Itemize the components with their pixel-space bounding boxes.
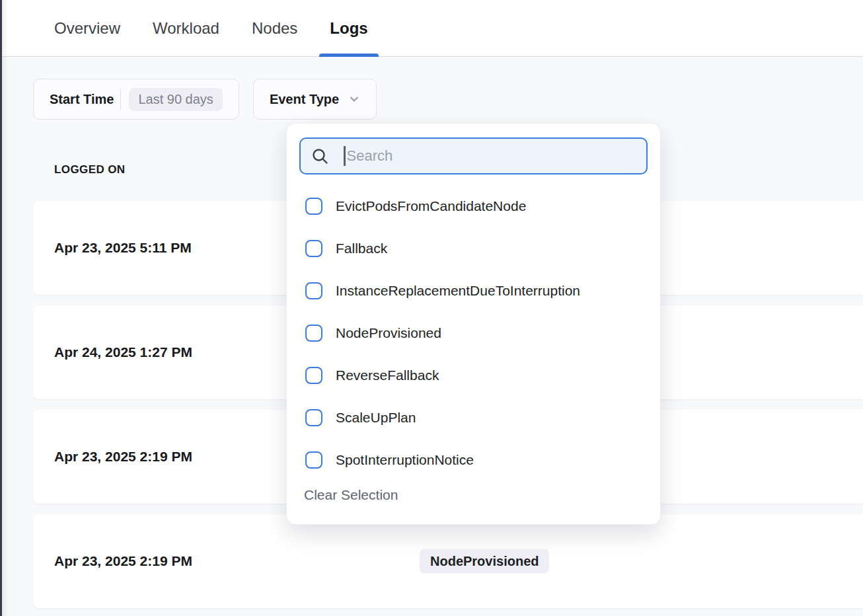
event-type-label: Event Type xyxy=(270,92,339,107)
search-icon xyxy=(311,147,329,165)
option-nodeprovisioned[interactable]: NodeProvisioned xyxy=(287,312,660,354)
start-time-label: Start Time xyxy=(50,92,114,107)
option-label: ReverseFallback xyxy=(336,367,439,383)
active-tab-indicator xyxy=(319,54,378,57)
logged-on-value: Apr 23, 2025 5:11 PM xyxy=(54,240,192,256)
logged-on-value: Apr 24, 2025 1:27 PM xyxy=(54,344,192,360)
checkbox[interactable] xyxy=(305,240,322,257)
option-instancereplacementduetointerruption[interactable]: InstanceReplacementDueToInterruption xyxy=(287,270,660,312)
logged-on-column-header: LOGGED ON xyxy=(54,163,126,176)
search-placeholder: Search xyxy=(347,147,393,165)
option-scaleupplan[interactable]: ScaleUpPlan xyxy=(287,397,660,439)
tab-bar: Overview Workload Nodes Logs xyxy=(0,0,863,57)
option-label: SpotInterruptionNotice xyxy=(336,452,474,468)
logged-on-value: Apr 23, 2025 2:19 PM xyxy=(54,449,192,465)
option-spotinterruptionnotice[interactable]: SpotInterruptionNotice xyxy=(287,439,660,481)
checkbox[interactable] xyxy=(305,325,322,342)
panel-edge-shadow xyxy=(2,0,9,616)
search-input[interactable]: Search xyxy=(299,137,648,174)
tab-overview-label: Overview xyxy=(54,19,120,38)
checkbox[interactable] xyxy=(305,451,322,469)
tab-logs[interactable]: Logs xyxy=(319,0,378,56)
tab-workload-label: Workload xyxy=(153,19,219,38)
table-row[interactable]: Apr 23, 2025 2:19 PM NodeProvisioned xyxy=(33,514,863,608)
filter-bar: Start Time Last 90 days Event Type xyxy=(33,79,377,120)
event-type-filter[interactable]: Event Type xyxy=(253,79,377,120)
option-reversefallback[interactable]: ReverseFallback xyxy=(287,354,660,397)
panel-left-edge xyxy=(0,0,2,616)
event-type-options: EvictPodsFromCandidateNode Fallback Inst… xyxy=(287,185,660,481)
option-label: Fallback xyxy=(336,241,387,256)
option-label: ScaleUpPlan xyxy=(336,410,416,426)
chevron-down-icon xyxy=(348,93,360,105)
checkbox[interactable] xyxy=(305,367,322,384)
logged-on-value: Apr 23, 2025 2:19 PM xyxy=(54,553,192,569)
event-type-dropdown: Search EvictPodsFromCandidateNode Fallba… xyxy=(286,123,661,525)
option-evictpodsfromcandidatenode[interactable]: EvictPodsFromCandidateNode xyxy=(287,185,660,227)
option-label: InstanceReplacementDueToInterruption xyxy=(336,283,580,299)
tab-nodes-label: Nodes xyxy=(252,19,297,38)
tab-overview[interactable]: Overview xyxy=(44,0,131,56)
tab-nodes[interactable]: Nodes xyxy=(241,0,308,56)
option-fallback[interactable]: Fallback xyxy=(287,227,660,270)
event-type-badge: NodeProvisioned xyxy=(420,549,549,574)
start-time-filter[interactable]: Start Time Last 90 days xyxy=(33,79,239,120)
checkbox[interactable] xyxy=(305,198,322,215)
start-time-value: Last 90 days xyxy=(129,88,222,111)
checkbox[interactable] xyxy=(305,282,322,299)
tab-workload[interactable]: Workload xyxy=(142,0,230,56)
tab-logs-label: Logs xyxy=(330,19,367,38)
option-label: EvictPodsFromCandidateNode xyxy=(336,198,526,214)
option-label: NodeProvisioned xyxy=(336,325,441,341)
filter-divider xyxy=(120,89,121,109)
text-caret xyxy=(344,146,346,166)
clear-selection-button[interactable]: Clear Selection xyxy=(304,487,398,503)
checkbox[interactable] xyxy=(305,409,322,426)
